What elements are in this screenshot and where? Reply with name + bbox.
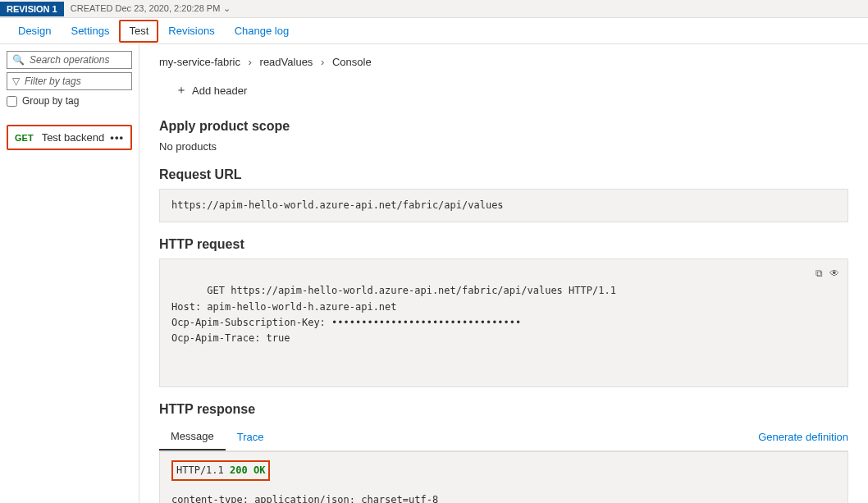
section-req-title: HTTP request	[159, 237, 848, 252]
section-url-title: Request URL	[159, 167, 848, 182]
tab-settings[interactable]: Settings	[61, 18, 119, 44]
filter-icon: ▽	[12, 75, 20, 87]
section-resp-title: HTTP response	[159, 402, 848, 417]
operation-method: GET	[15, 133, 34, 143]
section-scope-title: Apply product scope	[159, 119, 848, 134]
more-icon[interactable]: •••	[110, 131, 124, 144]
chevron-down-icon: ⌄	[223, 3, 231, 13]
search-input[interactable]: 🔍 Search operations	[7, 51, 132, 69]
search-icon: 🔍	[12, 54, 25, 66]
group-by-tag-checkbox[interactable]: Group by tag	[7, 94, 132, 108]
tab-bar: Design Settings Test Revisions Change lo…	[0, 18, 868, 44]
tab-test[interactable]: Test	[119, 20, 158, 43]
operation-name: Test backend	[42, 131, 111, 144]
eye-icon[interactable]: 👁	[829, 266, 839, 281]
copy-icon[interactable]: ⧉	[815, 266, 823, 281]
response-tabs: Message Trace Generate definition	[159, 423, 848, 451]
response-headers: content-type: application/json; charset=…	[171, 492, 836, 503]
revision-badge: REVISION 1	[0, 2, 64, 16]
tab-message[interactable]: Message	[159, 423, 226, 450]
breadcrumb-3: Console	[332, 56, 372, 68]
breadcrumb: my-service-fabric › readValues › Console	[159, 53, 848, 78]
http-request-box: GET https://apim-hello-world.azure-api.n…	[159, 258, 848, 386]
sidebar: 🔍 Search operations ▽ Filter by tags Gro…	[0, 44, 139, 503]
add-header-button[interactable]: ＋ Add header	[159, 78, 848, 112]
no-products-text: No products	[159, 140, 848, 153]
filter-input[interactable]: ▽ Filter by tags	[7, 72, 132, 90]
breadcrumb-2[interactable]: readValues	[260, 56, 313, 68]
revision-bar: REVISION 1 CREATED Dec 23, 2020, 2:20:28…	[0, 0, 868, 18]
tab-design[interactable]: Design	[8, 18, 61, 44]
http-response-box: HTTP/1.1 200 OK content-type: applicatio…	[159, 451, 848, 504]
breadcrumb-1[interactable]: my-service-fabric	[159, 56, 240, 68]
group-checkbox-input[interactable]	[7, 96, 17, 107]
tab-changelog[interactable]: Change log	[225, 18, 299, 44]
tab-trace[interactable]: Trace	[226, 424, 276, 450]
operation-item[interactable]: GET Test backend •••	[7, 125, 132, 150]
plus-icon: ＋	[176, 83, 187, 98]
revision-created[interactable]: CREATED Dec 23, 2020, 2:20:28 PM⌄	[64, 3, 238, 14]
tab-revisions[interactable]: Revisions	[158, 18, 224, 44]
request-url-box: https://apim-hello-world.azure-api.net/f…	[159, 189, 848, 222]
response-status: HTTP/1.1 200 OK	[171, 460, 270, 481]
content-area: my-service-fabric › readValues › Console…	[139, 44, 868, 503]
generate-definition-link[interactable]: Generate definition	[758, 424, 848, 450]
